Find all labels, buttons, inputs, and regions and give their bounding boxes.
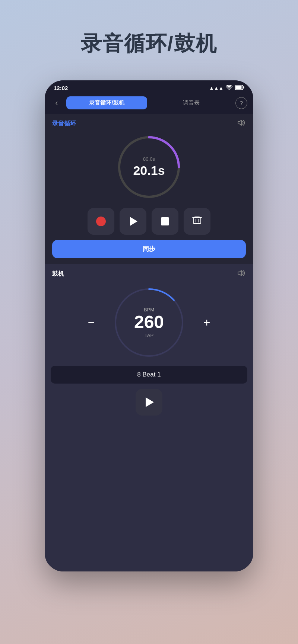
svg-rect-1 [243, 86, 244, 89]
loop-section: 录音循环 80.0s 20.1s [45, 114, 253, 264]
back-button[interactable]: ‹ [51, 98, 63, 108]
record-dot-icon [96, 217, 106, 226]
drum-label: 鼓机 [52, 270, 64, 278]
loop-header: 录音循环 [45, 114, 253, 130]
bpm-plus-button[interactable]: + [197, 313, 216, 332]
play-button[interactable] [120, 208, 146, 235]
loop-label: 录音循环 [52, 120, 76, 128]
drum-play-button[interactable] [136, 389, 162, 416]
drum-play-icon [146, 397, 154, 407]
sync-button[interactable]: 同步 [52, 240, 246, 258]
trash-icon [192, 215, 202, 227]
svg-rect-5 [193, 218, 201, 224]
phone-frame: 12:02 ▲▲▲ ‹ 录音循环/鼓机 调音表 ? 录音循 [45, 80, 253, 571]
status-time: 12:02 [54, 85, 68, 91]
drum-volume-icon[interactable] [237, 269, 246, 279]
tab-tuner[interactable]: 调音表 [151, 96, 232, 109]
play-icon [130, 217, 137, 226]
bpm-minus-button[interactable]: − [82, 313, 101, 332]
status-icons: ▲▲▲ [209, 85, 244, 91]
stop-icon [161, 217, 169, 225]
loop-volume-icon[interactable] [237, 119, 246, 128]
drum-section: 鼓机 − BPM 260 TAP [45, 264, 253, 571]
wifi-icon [226, 85, 232, 91]
signal-icon: ▲▲▲ [209, 85, 224, 91]
loop-timer-current: 20.1s [133, 163, 165, 178]
page-title: 录音循环/鼓机 [81, 30, 217, 58]
tab-loop[interactable]: 录音循环/鼓机 [66, 96, 147, 109]
beat-selector[interactable]: 8 Beat 1 [51, 366, 247, 384]
record-button[interactable] [88, 208, 114, 235]
drum-header: 鼓机 [45, 264, 253, 282]
loop-circle: 80.0s 20.1s [45, 134, 253, 201]
battery-icon [235, 85, 244, 91]
bpm-circle[interactable]: BPM 260 TAP [112, 285, 186, 360]
bpm-tap[interactable]: TAP [134, 333, 164, 338]
loop-timer-total: 80.0s [133, 156, 165, 162]
stop-button[interactable] [152, 208, 178, 235]
nav-bar: ‹ 录音循环/鼓机 调音表 ? [45, 93, 253, 114]
svg-rect-2 [235, 86, 242, 89]
delete-button[interactable] [184, 208, 210, 235]
bpm-label: BPM [134, 307, 164, 313]
status-bar: 12:02 ▲▲▲ [45, 80, 253, 93]
bpm-value: 260 [134, 313, 164, 331]
help-button[interactable]: ? [235, 97, 247, 109]
bpm-row: − BPM 260 TAP + [45, 282, 253, 366]
loop-controls [45, 208, 253, 240]
